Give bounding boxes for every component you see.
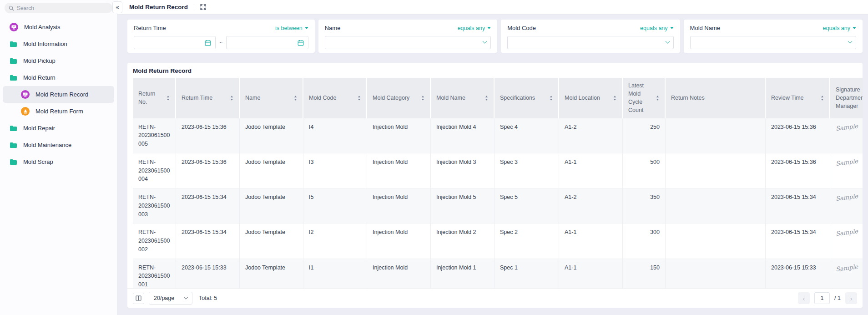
column-label: Signature Department Manager (836, 86, 863, 110)
cell-mold-name: Injection Mold 1 (431, 259, 495, 289)
filter-label: Mold Code (507, 25, 536, 31)
column-header-latest-mold-cycle-count[interactable]: Latest Mold Cycle Count (623, 78, 666, 118)
sidebar-item-mold-scrap[interactable]: Mold Scrap (3, 153, 114, 170)
cell-mold-category: Injection Mold (367, 153, 431, 188)
prev-page-button[interactable]: ‹ (798, 292, 810, 304)
chevron-down-icon (665, 39, 670, 44)
sort-icon[interactable] (167, 96, 170, 101)
sidebar-item-mold-return[interactable]: Mold Return (3, 69, 114, 86)
column-header-return-no[interactable]: Return No. (133, 78, 176, 118)
sidebar-item-label: Mold Maintenance (23, 142, 71, 148)
sidebar-item-mold-analysis[interactable]: Mold Analysis (3, 19, 114, 36)
sidebar-item-mold-pickup[interactable]: Mold Pickup (3, 52, 114, 69)
topbar: « Mold Return Record (117, 0, 868, 15)
cell-mold-code: I4 (303, 118, 367, 153)
sort-icon[interactable] (294, 96, 297, 101)
sidebar-item-mold-information[interactable]: Mold Information (3, 36, 114, 52)
sort-icon[interactable] (656, 96, 659, 101)
search-box[interactable] (5, 3, 112, 13)
cell-return-time: 2023-06-15 15:34 (176, 224, 240, 259)
table-scroll-area[interactable]: Return No.Return TimeNameMold CodeMold C… (127, 78, 863, 288)
column-header-return-time[interactable]: Return Time (176, 78, 240, 118)
table-header-row: Return No.Return TimeNameMold CodeMold C… (133, 78, 863, 118)
sidebar-item-mold-repair[interactable]: Mold Repair (3, 120, 114, 137)
column-label: Review Time (771, 94, 804, 102)
filter-operator[interactable]: is between (275, 25, 308, 31)
cell-return-notes (666, 188, 766, 224)
sort-icon[interactable] (485, 96, 488, 101)
sidebar-item-mold-return-record[interactable]: Mold Return Record (3, 86, 114, 103)
cell-specifications: Spec 5 (495, 188, 559, 224)
page-size-select[interactable]: 20/page (149, 292, 192, 305)
calendar-icon (205, 40, 211, 46)
sidebar-item-mold-return-form[interactable]: Mold Return Form (3, 103, 114, 120)
search-input[interactable] (17, 5, 108, 11)
column-label: Mold Code (309, 94, 336, 102)
page-number-input[interactable] (814, 292, 830, 304)
date-start-input[interactable] (134, 36, 216, 49)
fullscreen-button[interactable] (200, 4, 206, 10)
filter-operator[interactable]: equals any (640, 25, 673, 31)
filter-operator[interactable]: equals any (458, 25, 491, 31)
column-header-mold-category[interactable]: Mold Category (367, 78, 431, 118)
column-header-specifications[interactable]: Specifications (495, 78, 559, 118)
sort-icon[interactable] (358, 96, 361, 101)
cell-latest-mold-cycle-count: 250 (623, 118, 666, 153)
table-row[interactable]: RETN-20230615000012023-06-15 15:33Jodoo … (133, 259, 863, 289)
sidebar-item-label: Mold Analysis (24, 24, 60, 30)
cell-mold-code: I2 (303, 224, 367, 259)
column-header-mold-code[interactable]: Mold Code (303, 78, 367, 118)
table-row[interactable]: RETN-20230615000052023-06-15 15:36Jodoo … (133, 118, 863, 153)
sidebar: Mold AnalysisMold InformationMold Pickup… (0, 0, 117, 315)
caret-down-icon (487, 27, 491, 29)
table-footer: 20/page Total: 5 ‹ / 1 › (127, 288, 863, 308)
cell-review-time: 2023-06-15 15:36 (766, 153, 830, 188)
sidebar-item-mold-maintenance[interactable]: Mold Maintenance (3, 137, 114, 153)
table-card: Mold Return Record Return No.Return Time… (127, 63, 863, 308)
cell-signature-department-manager: Sample (830, 259, 863, 289)
filter-operator[interactable]: equals any (823, 25, 856, 31)
name-select[interactable] (325, 36, 491, 49)
cell-name: Jodoo Template (240, 188, 303, 224)
table-row[interactable]: RETN-20230615000042023-06-15 15:36Jodoo … (133, 153, 863, 188)
cell-review-time: 2023-06-15 15:36 (766, 118, 830, 153)
column-label: Mold Location (565, 94, 600, 102)
cell-return-notes (666, 259, 766, 289)
filter-label: Name (325, 25, 341, 31)
cell-mold-location: A1-1 (559, 224, 623, 259)
column-header-name[interactable]: Name (240, 78, 303, 118)
cell-mold-location: A1-1 (559, 259, 623, 289)
sort-icon[interactable] (613, 96, 616, 101)
cell-latest-mold-cycle-count: 300 (623, 224, 666, 259)
caret-down-icon (670, 27, 674, 29)
filter-card-return-time: Return Timeis between~ (127, 20, 315, 53)
sort-icon[interactable] (550, 96, 553, 101)
cell-signature-department-manager: Sample (830, 224, 863, 259)
table-row[interactable]: RETN-20230615000022023-06-15 15:34Jodoo … (133, 224, 863, 259)
page-size-value: 20/page (154, 295, 174, 301)
column-header-review-time[interactable]: Review Time (766, 78, 830, 118)
date-end-input[interactable] (226, 36, 308, 49)
next-page-button[interactable]: › (845, 292, 857, 304)
column-header-return-notes: Return Notes (666, 78, 766, 118)
cell-name: Jodoo Template (240, 224, 303, 259)
mold-code-select[interactable] (507, 36, 673, 49)
sort-icon[interactable] (230, 96, 233, 101)
sort-icon[interactable] (821, 96, 824, 101)
sidebar-nav: Mold AnalysisMold InformationMold Pickup… (0, 19, 117, 170)
sort-icon[interactable] (421, 96, 424, 101)
cell-mold-location: A1-2 (559, 188, 623, 224)
column-settings-button[interactable] (133, 293, 144, 304)
cell-name: Jodoo Template (240, 118, 303, 153)
cell-return-time: 2023-06-15 15:36 (176, 153, 240, 188)
mold-name-select[interactable] (690, 36, 856, 49)
sidebar-collapse-button[interactable]: « (112, 1, 122, 13)
collapse-icon: « (116, 4, 119, 10)
cell-mold-category: Injection Mold (367, 188, 431, 224)
caret-down-icon (853, 27, 856, 29)
signature-image: Sample (835, 157, 858, 168)
table-row[interactable]: RETN-20230615000032023-06-15 15:34Jodoo … (133, 188, 863, 224)
filter-label: Mold Name (690, 25, 720, 31)
column-header-mold-name[interactable]: Mold Name (431, 78, 495, 118)
column-header-mold-location[interactable]: Mold Location (559, 78, 623, 118)
